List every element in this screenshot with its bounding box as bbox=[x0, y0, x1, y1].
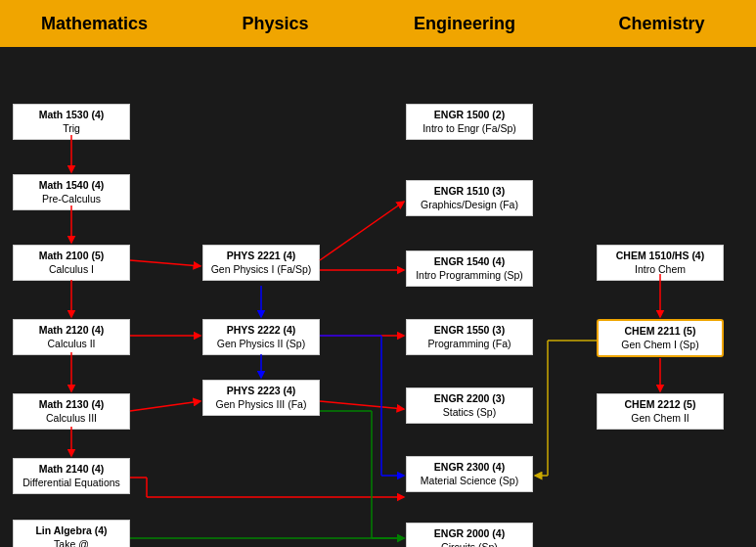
svg-line-7 bbox=[130, 401, 200, 411]
course-chem2211: CHEM 2211 (5) Gen Chem I (Sp) bbox=[597, 319, 724, 357]
course-engr2000: ENGR 2000 (4) Circuits (Sp) bbox=[406, 523, 533, 547]
header-mathematics: Mathematics bbox=[0, 0, 189, 47]
course-math1540: Math 1540 (4) Pre-Calculus bbox=[13, 174, 130, 210]
course-engr1550: ENGR 1550 (3) Programming (Fa) bbox=[406, 319, 533, 355]
course-engr1540: ENGR 1540 (4) Intro Programming (Sp) bbox=[406, 251, 533, 287]
course-math2140: Math 2140 (4) Differential Equations bbox=[13, 458, 130, 494]
header-engineering: Engineering bbox=[362, 0, 567, 47]
course-linalgebra: Lin Algebra (4) Take @ BC/CSUB/Other CCC bbox=[13, 520, 130, 547]
course-engr1500: ENGR 1500 (2) Intro to Engr (Fa/Sp) bbox=[406, 104, 533, 140]
course-engr2300: ENGR 2300 (4) Material Science (Sp) bbox=[406, 456, 533, 492]
course-math2120: Math 2120 (4) Calculus II bbox=[13, 319, 130, 355]
header-physics: Physics bbox=[189, 0, 362, 47]
course-math1530: Math 1530 (4) Trig bbox=[13, 104, 130, 140]
course-chem1510: CHEM 1510/HS (4) Intro Chem bbox=[597, 245, 724, 281]
header-chemistry: Chemistry bbox=[567, 0, 756, 47]
svg-line-2 bbox=[130, 260, 200, 266]
svg-line-8 bbox=[320, 202, 404, 260]
course-phys2223: PHYS 2223 (4) Gen Physics III (Fa) bbox=[202, 380, 320, 416]
course-math2130: Math 2130 (4) Calculus III bbox=[13, 393, 130, 430]
course-chem2212: CHEM 2212 (5) Gen Chem II bbox=[597, 393, 724, 430]
course-engr2200: ENGR 2200 (3) Statics (Sp) bbox=[406, 387, 533, 424]
course-phys2222: PHYS 2222 (4) Gen Physics II (Sp) bbox=[202, 319, 320, 355]
course-engr1510: ENGR 1510 (3) Graphics/Design (Fa) bbox=[406, 180, 533, 216]
course-phys2221: PHYS 2221 (4) Gen Physics I (Fa/Sp) bbox=[202, 245, 320, 281]
main-diagram: Math 1530 (4) Trig Math 1540 (4) Pre-Cal… bbox=[0, 47, 756, 547]
course-math2100: Math 2100 (5) Calculus I bbox=[13, 245, 130, 281]
svg-line-11 bbox=[320, 401, 404, 409]
